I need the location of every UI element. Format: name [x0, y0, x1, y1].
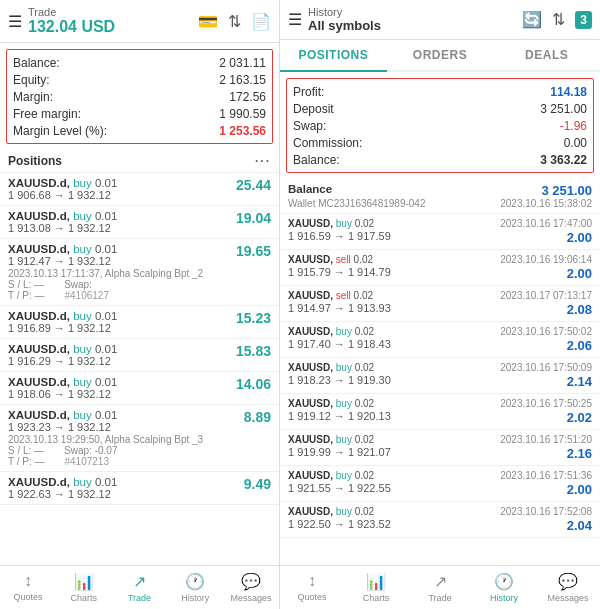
equity-value: 2 163.15: [219, 73, 266, 87]
left-nav-item-trade[interactable]: ↗Trade: [112, 566, 168, 609]
history-lot: 0.02: [354, 290, 373, 301]
position-item[interactable]: XAUUSD.d, buy 0.01 1 922.63 → 1 932.12 9…: [0, 472, 279, 505]
history-trade-item[interactable]: XAUUSD, buy 0.02 2023.10.16 17:50:09 1 9…: [280, 358, 600, 394]
tab-deals[interactable]: DEALS: [493, 40, 600, 70]
position-action: buy: [73, 177, 92, 189]
history-sym-action: XAUUSD, buy 0.02: [288, 434, 374, 445]
history-trade-item[interactable]: XAUUSD, buy 0.02 2023.10.16 17:51:36 1 9…: [280, 466, 600, 502]
position-symbol: XAUUSD.d, buy 0.01 1 912.47 → 1 932.12: [8, 243, 117, 267]
trade-right-nav-icon: ↗: [434, 572, 447, 591]
history-trade-item[interactable]: XAUUSD, sell 0.02 2023.10.16 19:06:14 1 …: [280, 250, 600, 286]
position-sl: S / L: — Swap:: [8, 279, 271, 290]
history-trade-value: 2.00: [567, 266, 592, 281]
history-trade-item[interactable]: XAUUSD, buy 0.02 2023.10.16 17:47:00 1 9…: [280, 214, 600, 250]
balance-label: Balance:: [13, 56, 60, 70]
position-profit: 19.65: [236, 243, 271, 259]
charts-right-nav-icon: 📊: [366, 572, 386, 591]
history-sym-action: XAUUSD, sell 0.02: [288, 254, 373, 265]
position-price: 1 912.47 → 1 932.12: [8, 255, 117, 267]
summary-box: Profit: 114.18 Deposit 3 251.00 Swap: -1…: [286, 78, 594, 173]
quotes-nav-label: Quotes: [13, 592, 42, 602]
position-info: 2023.10.13 19:29:50, Alpha Scalping Bpt …: [8, 434, 271, 445]
position-lot: 0.01: [95, 177, 117, 189]
history-trade-item[interactable]: XAUUSD, buy 0.02 2023.10.16 17:52:08 1 9…: [280, 502, 600, 538]
margin-level-label: Margin Level (%):: [13, 124, 107, 138]
left-nav-item-charts[interactable]: 📊Charts: [56, 566, 112, 609]
history-trade-item[interactable]: XAUUSD, sell 0.02 2023.10.17 07:13:17 1 …: [280, 286, 600, 322]
history-price-range: 1 916.59 → 1 917.59: [288, 230, 391, 242]
calendar-icon[interactable]: 3: [575, 11, 592, 29]
tab-positions[interactable]: POSITIONS: [280, 40, 387, 72]
history-sym-row: 1 919.99 → 1 921.07 2.16: [288, 446, 592, 461]
free-margin-value: 1 990.59: [219, 107, 266, 121]
position-profit: 14.06: [236, 376, 271, 392]
transfer-icon[interactable]: ⇅: [228, 12, 241, 31]
positions-title: Positions: [8, 154, 62, 168]
swap-value: -1.96: [560, 119, 587, 133]
messages-right-nav-label: Messages: [547, 593, 588, 603]
right-nav-item-charts[interactable]: 📊Charts: [344, 566, 408, 609]
position-tp-label: T / P: —: [8, 456, 45, 467]
history-date: 2023.10.16 17:51:20: [500, 434, 592, 445]
balance-row: Balance: 2 031.11: [13, 54, 266, 71]
position-tp-label: T / P: —: [8, 290, 45, 301]
positions-more-button[interactable]: ···: [255, 154, 271, 168]
history-trade-value: 2.02: [567, 410, 592, 425]
history-symbol-name: XAUUSD,: [288, 362, 333, 373]
position-symbol: XAUUSD.d, buy 0.01 1 916.29 → 1 932.12: [8, 343, 117, 367]
position-item[interactable]: XAUUSD.d, buy 0.01 1 913.08 → 1 932.12 1…: [0, 206, 279, 239]
right-nav-item-quotes[interactable]: ↕Quotes: [280, 566, 344, 609]
account-info-box: Balance: 2 031.11 Equity: 2 163.15 Margi…: [6, 49, 273, 144]
right-panel: ☰ History All symbols 🔄 ⇅ 3 POSITIONSORD…: [280, 0, 600, 609]
position-profit: 9.49: [244, 476, 271, 492]
history-trade-item[interactable]: XAUUSD, buy 0.02 2023.10.16 17:51:20 1 9…: [280, 430, 600, 466]
refresh-icon[interactable]: 🔄: [522, 10, 542, 29]
history-lot: 0.02: [355, 218, 374, 229]
sort-icon[interactable]: ⇅: [552, 10, 565, 29]
menu-icon[interactable]: ☰: [8, 12, 22, 31]
charts-right-nav-label: Charts: [363, 593, 390, 603]
left-nav-item-messages[interactable]: 💬Messages: [223, 566, 279, 609]
profit-label: Profit:: [293, 85, 324, 99]
history-date: 2023.10.16 17:52:08: [500, 506, 592, 517]
history-trade-value: 2.14: [567, 374, 592, 389]
position-top: XAUUSD.d, buy 0.01 1 922.63 → 1 932.12 9…: [8, 476, 271, 500]
commission-row: Commission: 0.00: [293, 134, 587, 151]
balance-item-value: 3 251.00: [541, 183, 592, 198]
position-item[interactable]: XAUUSD.d, buy 0.01 1 916.89 → 1 932.12 1…: [0, 306, 279, 339]
left-panel: ☰ Trade 132.04 USD 💳 ⇅ 📄 Balance: 2 031.…: [0, 0, 280, 609]
history-sym-row: 1 918.23 → 1 919.30 2.14: [288, 374, 592, 389]
position-item[interactable]: XAUUSD.d, buy 0.01 1 916.29 → 1 932.12 1…: [0, 339, 279, 372]
position-info: 2023.10.13 17:11:37, Alpha Scalping Bpt …: [8, 268, 271, 279]
right-nav-item-trade[interactable]: ↗Trade: [408, 566, 472, 609]
history-symbol-name: XAUUSD,: [288, 434, 333, 445]
history-trade-item[interactable]: XAUUSD, buy 0.02 2023.10.16 17:50:25 1 9…: [280, 394, 600, 430]
position-symbol-name: XAUUSD.d,: [8, 376, 70, 388]
position-item[interactable]: XAUUSD.d, buy 0.01 1 912.47 → 1 932.12 1…: [0, 239, 279, 306]
document-icon[interactable]: 📄: [251, 12, 271, 31]
position-price: 1 923.23 → 1 932.12: [8, 421, 117, 433]
left-nav-item-quotes[interactable]: ↕Quotes: [0, 566, 56, 609]
history-lot: 0.02: [355, 362, 374, 373]
history-date: 2023.10.16 17:50:09: [500, 362, 592, 373]
card-icon[interactable]: 💳: [198, 12, 218, 31]
history-sym-row: 1 914.97 → 1 913.93 2.08: [288, 302, 592, 317]
position-action: buy: [73, 310, 92, 322]
right-menu-icon[interactable]: ☰: [288, 10, 302, 29]
position-item[interactable]: XAUUSD.d, buy 0.01 1 906.68 → 1 932.12 2…: [0, 173, 279, 206]
right-nav-item-history[interactable]: 🕐History: [472, 566, 536, 609]
tab-orders[interactable]: ORDERS: [387, 40, 494, 70]
history-date-row: XAUUSD, buy 0.02 2023.10.16 17:50:02: [288, 326, 592, 337]
position-item[interactable]: XAUUSD.d, buy 0.01 1 923.23 → 1 932.12 8…: [0, 405, 279, 472]
history-balance-item[interactable]: Balance 3 251.00 Wallet MC23J1636481989-…: [280, 179, 600, 214]
history-sym-action: XAUUSD, buy 0.02: [288, 470, 374, 481]
right-nav-item-messages[interactable]: 💬Messages: [536, 566, 600, 609]
trade-right-nav-label: Trade: [428, 593, 451, 603]
history-trade-item[interactable]: XAUUSD, buy 0.02 2023.10.16 17:50:02 1 9…: [280, 322, 600, 358]
left-nav-item-history[interactable]: 🕐History: [167, 566, 223, 609]
quotes-nav-icon: ↕: [24, 572, 32, 590]
position-price: 1 906.68 → 1 932.12: [8, 189, 117, 201]
history-symbol-name: XAUUSD,: [288, 506, 333, 517]
history-date-row: XAUUSD, sell 0.02 2023.10.17 07:13:17: [288, 290, 592, 301]
position-item[interactable]: XAUUSD.d, buy 0.01 1 918.06 → 1 932.12 1…: [0, 372, 279, 405]
